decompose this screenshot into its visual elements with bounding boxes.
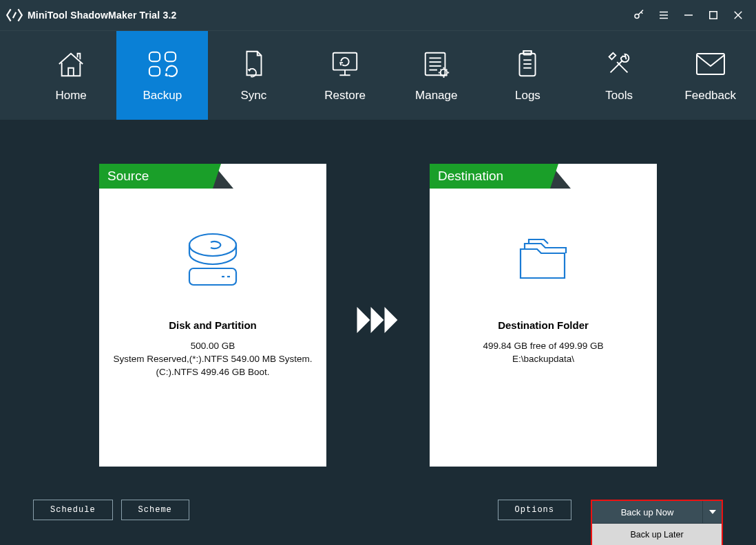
- tab-restore[interactable]: Restore: [300, 31, 391, 120]
- backup-dropdown-button[interactable]: [702, 501, 722, 523]
- source-size: 500.00 GB: [99, 341, 326, 351]
- app-title: MiniTool ShadowMaker Trial 3.2: [28, 10, 177, 21]
- source-header-label: Source: [99, 164, 213, 189]
- source-title: Disk and Partition: [99, 319, 326, 331]
- tab-feedback-label: Feedback: [684, 89, 736, 103]
- destination-free: 499.84 GB free of 499.99 GB: [430, 341, 657, 351]
- minimize-button[interactable]: [676, 0, 701, 30]
- maximize-button[interactable]: [701, 0, 726, 30]
- folder-icon: [430, 223, 657, 299]
- tab-feedback[interactable]: Feedback: [664, 31, 756, 120]
- backup-later-menu-item[interactable]: Back up Later: [592, 524, 722, 545]
- logs-icon: [514, 49, 541, 79]
- feedback-icon: [694, 49, 727, 79]
- tab-logs-label: Logs: [515, 89, 540, 103]
- destination-header-label: Destination: [430, 164, 550, 189]
- manage-icon: [421, 49, 452, 79]
- source-card-header: Source: [99, 164, 326, 189]
- arrows-icon: [357, 306, 399, 334]
- disk-icon: [99, 223, 326, 299]
- svg-rect-14: [425, 52, 445, 75]
- restore-icon: [328, 49, 361, 79]
- tab-logs[interactable]: Logs: [482, 31, 574, 120]
- source-detail-1: System Reserved,(*:).NTFS 549.00 MB Syst…: [99, 354, 326, 364]
- schedule-button[interactable]: Schedule: [33, 500, 113, 520]
- source-card[interactable]: Source Disk and Partition 500.00 GB Syst…: [99, 164, 326, 467]
- tools-icon: [603, 49, 635, 79]
- destination-card[interactable]: Destination Destination Folder 499.84 GB…: [430, 164, 657, 467]
- sync-icon: [240, 49, 267, 79]
- content-area: Source Disk and Partition 500.00 GB Syst…: [0, 120, 756, 545]
- backup-icon: [145, 49, 180, 79]
- close-button[interactable]: [726, 0, 750, 30]
- tab-home-label: Home: [55, 89, 86, 103]
- source-detail-2: (C:).NTFS 499.46 GB Boot.: [99, 367, 326, 377]
- svg-rect-25: [697, 54, 724, 74]
- svg-rect-10: [149, 66, 160, 75]
- tab-tools[interactable]: Tools: [574, 31, 665, 120]
- backup-split-button: Back up Now Back up Later: [591, 500, 723, 545]
- home-icon: [55, 49, 87, 79]
- scheme-button[interactable]: Scheme: [121, 500, 189, 520]
- destination-card-header: Destination: [430, 164, 657, 189]
- tab-tools-label: Tools: [605, 89, 633, 103]
- app-logo-icon: [6, 6, 23, 24]
- tab-backup-label: Backup: [143, 89, 182, 103]
- tab-backup[interactable]: Backup: [116, 31, 208, 120]
- main-nav: Home Backup Sync Restore: [0, 30, 756, 120]
- footer-bar: Schedule Scheme Options Back up Now Back…: [0, 495, 756, 545]
- title-bar: MiniTool ShadowMaker Trial 3.2: [0, 0, 756, 30]
- tab-restore-label: Restore: [324, 89, 366, 103]
- backup-now-button[interactable]: Back up Now: [592, 501, 702, 523]
- tab-manage[interactable]: Manage: [390, 31, 482, 120]
- tab-manage-label: Manage: [415, 89, 457, 103]
- destination-title: Destination Folder: [430, 319, 657, 331]
- svg-rect-9: [165, 52, 176, 61]
- menu-icon[interactable]: [651, 0, 676, 30]
- svg-point-0: [635, 14, 639, 19]
- destination-path: E:\backupdata\: [430, 354, 657, 364]
- key-icon[interactable]: [627, 0, 651, 30]
- svg-point-26: [189, 234, 236, 256]
- tab-home[interactable]: Home: [25, 31, 117, 120]
- tab-sync[interactable]: Sync: [208, 31, 300, 120]
- svg-rect-11: [333, 52, 357, 70]
- svg-rect-5: [710, 12, 717, 19]
- svg-rect-8: [149, 52, 160, 61]
- options-button[interactable]: Options: [498, 500, 571, 520]
- tab-sync-label: Sync: [241, 89, 267, 103]
